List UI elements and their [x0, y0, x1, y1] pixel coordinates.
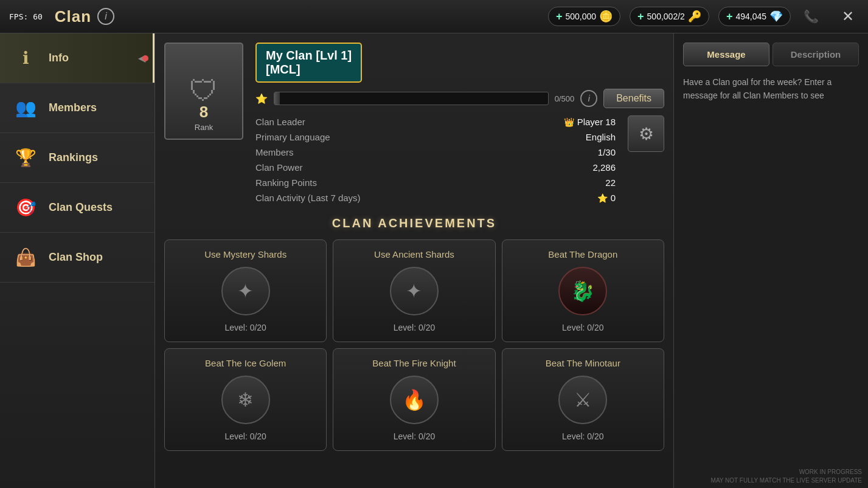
achievement-beat-dragon[interactable]: Beat The Dragon 🐉 Level: 0/20 [502, 239, 664, 342]
top-bar: FPS: 60 Clan i + 500,000 🪙 + 500,002/2 🔑… [0, 0, 868, 33]
gold-currency[interactable]: + 500,000 🪙 [548, 7, 620, 26]
clan-leader-value: 👑 Player 18 [564, 117, 616, 127]
sidebar-item-clan-shop[interactable]: 👜 Clan Shop [0, 233, 155, 283]
members-row: Members 1/30 [255, 146, 616, 159]
clan-xp-bar [274, 92, 549, 105]
info-sidebar-icon: ℹ [12, 44, 40, 72]
silver-currency[interactable]: + 500,002/2 🔑 [630, 7, 709, 26]
rankings-sidebar-icon: 🏆 [12, 144, 40, 171]
gold-icon: 🪙 [599, 10, 613, 23]
key-icon: 🔑 [688, 10, 701, 23]
clan-info-area: My Clan [Lvl 1] [MCL] ⭐ 0/500 i Benefits [255, 43, 664, 204]
gems-plus-icon: + [726, 10, 733, 23]
ranking-points-row: Ranking Points 22 [255, 176, 616, 189]
language-value: English [586, 132, 616, 142]
clan-name: My Clan [Lvl 1] [266, 49, 352, 63]
mystery-shards-level: Level: 0/20 [224, 323, 266, 332]
ancient-shards-icon: ✦ [390, 267, 439, 315]
achievement-beat-fire-knight[interactable]: Beat The Fire Knight 🔥 Level: 0/20 [333, 348, 495, 451]
clan-rank-area: 8 Rank [195, 103, 213, 132]
currency-group: + 500,000 🪙 + 500,002/2 🔑 + 494,045 💎 📞 … [548, 5, 859, 27]
fire-knight-icon: 🔥 [390, 376, 439, 424]
sidebar-item-rankings[interactable]: 🏆 Rankings [0, 133, 155, 183]
beat-minotaur-title: Beat The Minotaur [546, 358, 620, 368]
clan-settings-button[interactable]: ⚙ [628, 115, 664, 152]
sidebar-item-info[interactable]: ℹ Info ◀ [0, 33, 155, 83]
achievement-beat-minotaur[interactable]: Beat The Minotaur ⚔ Level: 0/20 [502, 348, 664, 451]
right-panel-content: Have a Clan goal for the week? Enter a m… [683, 75, 859, 103]
main-content: 🛡 8 Rank My Clan [Lvl 1] [MCL] ⭐ 0/500 [155, 33, 868, 488]
power-row: Clan Power 2,286 [255, 161, 616, 174]
tab-message[interactable]: Message [683, 43, 769, 66]
achievement-beat-ice-golem[interactable]: Beat The Ice Golem ❄ Level: 0/20 [164, 348, 327, 451]
info-notification-dot [142, 55, 148, 61]
beat-ice-golem-level: Level: 0/20 [224, 431, 266, 441]
power-label: Clan Power [255, 162, 303, 173]
achievement-ancient-shards[interactable]: Use Ancient Shards ✦ Level: 0/20 [333, 239, 495, 342]
clan-header: 🛡 8 Rank My Clan [Lvl 1] [MCL] ⭐ 0/500 [164, 43, 664, 204]
beat-dragon-title: Beat The Dragon [548, 249, 617, 259]
gold-value: 500,000 [565, 12, 596, 21]
mystery-shards-title: Use Mystery Shards [204, 249, 286, 259]
clan-stats-grid: Clan Leader 👑 Player 18 Primary Language… [255, 115, 616, 204]
page-title: Clan [55, 7, 91, 26]
beat-fire-knight-level: Level: 0/20 [394, 431, 436, 441]
activity-label: Clan Activity (Last 7 days) [255, 193, 361, 203]
sidebar-info-label: Info [49, 52, 69, 64]
ice-golem-icon: ❄ [221, 376, 270, 424]
clan-rank-number: 8 [195, 103, 213, 122]
clan-leader-label: Clan Leader [255, 117, 305, 127]
clan-rank-label: Rank [195, 123, 213, 132]
members-count-value: 1/30 [598, 147, 616, 157]
clan-leader-row: Clan Leader 👑 Player 18 [255, 115, 616, 128]
sidebar-item-members[interactable]: 👥 Members [0, 83, 155, 133]
silver-plus-icon: + [637, 10, 644, 23]
achievements-title: CLAN ACHIEVEMENTS [164, 216, 664, 230]
clan-xp-bar-container: ⭐ 0/500 i Benefits [255, 89, 664, 108]
clan-xp-info-icon[interactable]: i [580, 90, 597, 107]
ancient-shards-title: Use Ancient Shards [374, 249, 454, 259]
gems-currency[interactable]: + 494,045 💎 [718, 7, 791, 26]
members-count-label: Members [255, 147, 294, 157]
beat-dragon-level: Level: 0/20 [562, 323, 604, 332]
language-label: Primary Language [255, 132, 330, 142]
activity-star-icon: ⭐ [597, 193, 608, 203]
sidebar: ℹ Info ◀ 👥 Members 🏆 Rankings 🎯 Clan Que… [0, 33, 155, 488]
info-icon[interactable]: i [97, 8, 114, 25]
clan-xp-fill [274, 92, 280, 105]
clan-xp-star-icon: ⭐ [255, 93, 268, 105]
gold-plus-icon: + [556, 10, 563, 23]
watermark: WORK IN PROGRESS MAY NOT FULLY MATCH THE… [711, 468, 862, 485]
activity-row: Clan Activity (Last 7 days) ⭐ 0 [255, 191, 616, 204]
sidebar-shop-label: Clan Shop [49, 251, 103, 264]
language-row: Primary Language English [255, 131, 616, 143]
beat-fire-knight-title: Beat The Fire Knight [372, 358, 456, 368]
gems-value: 494,045 [735, 12, 766, 21]
achievements-section: CLAN ACHIEVEMENTS Use Mystery Shards ✦ L… [164, 216, 664, 451]
right-tabs: Message Description [683, 43, 859, 66]
right-panel: Message Description Have a Clan goal for… [673, 33, 868, 488]
sidebar-members-label: Members [49, 101, 97, 114]
activity-value: ⭐ 0 [597, 193, 616, 203]
achievement-mystery-shards[interactable]: Use Mystery Shards ✦ Level: 0/20 [164, 239, 327, 342]
power-value: 2,286 [592, 162, 616, 173]
badge-wings-icon: 🛡 [189, 77, 218, 106]
fps-display: FPS: 60 [9, 12, 43, 21]
close-button[interactable]: ✕ [837, 5, 859, 27]
clan-badge: 🛡 8 Rank [164, 43, 243, 140]
dragon-icon: 🐉 [558, 267, 607, 315]
center-panel: 🛡 8 Rank My Clan [Lvl 1] [MCL] ⭐ 0/500 [155, 33, 673, 488]
mystery-shards-icon: ✦ [221, 267, 270, 315]
shop-sidebar-icon: 👜 [12, 244, 40, 271]
clan-xp-text: 0/500 [555, 94, 575, 103]
members-sidebar-icon: 👥 [12, 94, 40, 122]
ranking-points-value: 22 [605, 177, 616, 188]
sidebar-quests-label: Clan Quests [49, 201, 113, 214]
silver-value: 500,002/2 [647, 12, 685, 21]
tab-description[interactable]: Description [773, 43, 859, 66]
clan-name-box: My Clan [Lvl 1] [MCL] [255, 43, 362, 83]
quests-sidebar-icon: 🎯 [12, 194, 40, 221]
phone-icon[interactable]: 📞 [800, 5, 822, 27]
sidebar-item-clan-quests[interactable]: 🎯 Clan Quests [0, 183, 155, 233]
benefits-button[interactable]: Benefits [603, 89, 664, 108]
